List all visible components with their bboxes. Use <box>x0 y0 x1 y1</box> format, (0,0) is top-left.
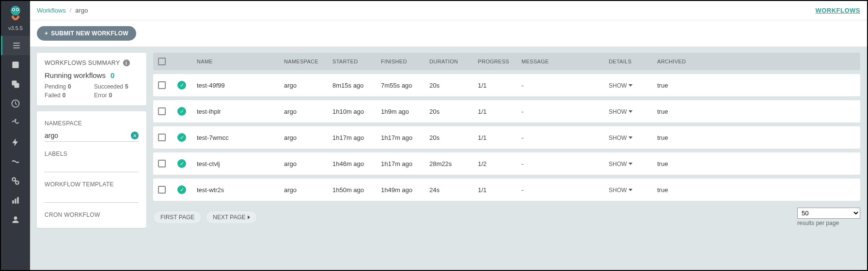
cell-name: test-ctvlj <box>197 160 284 167</box>
cell-finished: 1h49m ago <box>381 186 429 194</box>
show-label: SHOW <box>609 161 627 167</box>
col-archived: ARCHIVED <box>657 59 696 64</box>
row-checkbox[interactable] <box>158 160 166 167</box>
clear-namespace-icon[interactable]: ✕ <box>131 132 139 139</box>
summary-panel: WORKFLOWS SUMMARY i Running workflows 0 … <box>37 53 146 105</box>
col-duration: DURATION <box>429 59 478 64</box>
cell-name: test-7wmcc <box>197 134 284 141</box>
results-per-page-label: results per page <box>797 220 839 226</box>
page-size-select[interactable]: 50 <box>797 208 860 219</box>
svg-point-19 <box>14 216 17 220</box>
show-label: SHOW <box>609 82 627 89</box>
cell-duration: 20s <box>429 134 478 141</box>
namespace-input[interactable] <box>45 130 131 141</box>
svg-rect-10 <box>15 83 19 88</box>
table-row[interactable]: ✓test-lhplrargo1h10m ago1h9m ago20s1/1-S… <box>153 100 860 122</box>
svg-point-14 <box>12 178 16 181</box>
submit-workflow-button[interactable]: + SUBMIT NEW WORKFLOW <box>37 26 136 41</box>
table-row[interactable]: ✓test-ctvljargo1h46m ago1h17m ago28m22s1… <box>153 152 860 175</box>
row-checkbox[interactable] <box>158 186 166 194</box>
cell-duration: 24s <box>429 186 478 194</box>
cell-archived: true <box>657 186 696 194</box>
nav-cron[interactable] <box>1 94 30 113</box>
nav-eventflow[interactable] <box>1 152 30 171</box>
cell-message: - <box>521 186 609 194</box>
caret-down-icon <box>629 163 632 165</box>
col-started: STARTED <box>332 59 381 64</box>
svg-rect-17 <box>15 199 16 204</box>
cell-archived: true <box>657 134 696 141</box>
cell-duration: 20s <box>429 82 478 89</box>
next-page-button[interactable]: NEXT PAGE <box>205 211 257 224</box>
cell-archived: true <box>657 82 696 89</box>
show-details-button[interactable]: SHOW <box>609 135 632 141</box>
status-success-icon: ✓ <box>177 81 186 90</box>
row-checkbox[interactable] <box>158 134 166 141</box>
workflow-table: NAME NAMESPACE STARTED FINISHED DURATION… <box>153 53 860 201</box>
labels-input[interactable] <box>45 160 139 172</box>
breadcrumb-sep: / <box>70 7 72 14</box>
col-details: DETAILS <box>609 59 657 64</box>
svg-point-15 <box>16 181 19 184</box>
running-count: 0 <box>110 71 114 79</box>
cell-message: - <box>521 160 609 167</box>
col-name: NAME <box>197 59 284 64</box>
info-icon[interactable]: i <box>123 60 130 66</box>
cell-started: 1h10m ago <box>332 108 381 115</box>
cell-progress: 1/1 <box>478 134 521 141</box>
nav-cluster-templates[interactable] <box>1 75 30 94</box>
cell-name: test-wtr2s <box>197 186 284 194</box>
table-row[interactable]: ✓test-7wmccargo1h17m ago1h17m ago20s1/1-… <box>153 126 860 149</box>
show-label: SHOW <box>609 108 627 115</box>
first-page-button[interactable]: FIRST PAGE <box>153 211 202 224</box>
show-details-button[interactable]: SHOW <box>609 161 632 167</box>
show-details-button[interactable]: SHOW <box>609 82 632 89</box>
select-all-checkbox[interactable] <box>158 58 166 65</box>
show-details-button[interactable]: SHOW <box>609 187 632 194</box>
running-label: Running workflows <box>45 71 106 79</box>
row-checkbox[interactable] <box>158 81 166 89</box>
show-details-button[interactable]: SHOW <box>609 108 632 115</box>
cell-namespace: argo <box>284 82 332 89</box>
col-namespace: NAMESPACE <box>284 59 332 64</box>
cell-namespace: argo <box>284 160 332 167</box>
nav-workflows[interactable] <box>1 36 30 55</box>
topbar: Workflows / argo WORKFLOWS <box>30 1 867 20</box>
col-progress: PROGRESS <box>478 59 521 64</box>
svg-point-3 <box>13 9 15 11</box>
summary-title-text: WORKFLOWS SUMMARY <box>45 60 120 66</box>
table-header: NAME NAMESPACE STARTED FINISHED DURATION… <box>153 53 860 70</box>
status-success-icon: ✓ <box>177 133 186 142</box>
workflows-link[interactable]: WORKFLOWS <box>815 7 860 14</box>
cell-duration: 20s <box>429 108 478 115</box>
version-label: v3.5.5 <box>8 25 23 31</box>
nav-plugins[interactable] <box>1 171 30 191</box>
wft-input[interactable] <box>45 191 139 202</box>
cell-progress: 1/1 <box>478 108 521 115</box>
cell-namespace: argo <box>284 186 332 194</box>
caret-down-icon <box>629 110 632 113</box>
nav-reports[interactable] <box>1 191 30 210</box>
status-success-icon: ✓ <box>177 107 186 116</box>
table-row[interactable]: ✓test-49f99argo8m15s ago7m55s ago20s1/1-… <box>153 74 860 96</box>
row-checkbox[interactable] <box>158 107 166 115</box>
pagination: FIRST PAGE NEXT PAGE 50 results per page <box>153 208 860 226</box>
filters-panel: NAMESPACE ✕ LABELS WORKFLOW TEMPLATE CRO… <box>37 111 146 228</box>
breadcrumb-current: argo <box>75 7 88 14</box>
table-row[interactable]: ✓test-wtr2sargo1h50m ago1h49m ago24s1/1-… <box>153 179 860 201</box>
status-success-icon: ✓ <box>177 185 186 194</box>
cell-duration: 28m22s <box>429 160 478 167</box>
col-message: MESSAGE <box>521 59 609 64</box>
toolbar: + SUBMIT NEW WORKFLOW <box>30 20 867 47</box>
breadcrumb-root[interactable]: Workflows <box>37 7 66 14</box>
labels-label: LABELS <box>45 151 139 157</box>
col-finished: FINISHED <box>381 59 429 64</box>
nav-events[interactable] <box>1 133 30 152</box>
cell-archived: true <box>657 108 696 115</box>
summary-title: WORKFLOWS SUMMARY i <box>45 60 139 66</box>
cell-finished: 1h17m ago <box>381 160 429 167</box>
nav-templates[interactable] <box>1 55 30 75</box>
nav-sensors[interactable] <box>1 113 30 133</box>
nav-user[interactable] <box>1 210 30 229</box>
namespace-label: NAMESPACE <box>45 120 139 127</box>
